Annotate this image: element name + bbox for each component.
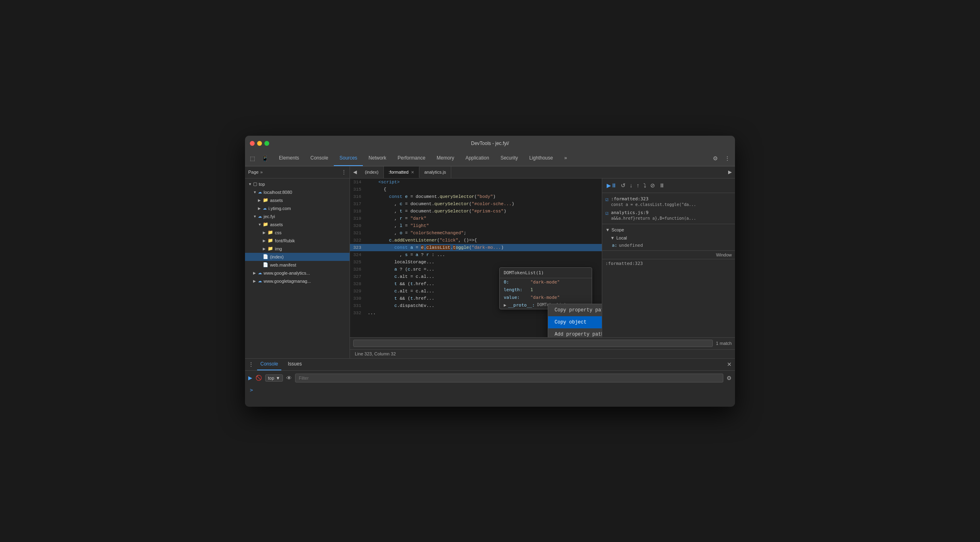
scope-label: Scope xyxy=(611,227,624,232)
console-prompt[interactable]: > xyxy=(245,385,735,395)
step-into-btn[interactable]: ↓ xyxy=(628,181,634,190)
cloud-icon-ytimg: ☁ xyxy=(263,206,267,210)
tab-lighthouse[interactable]: Lighthouse xyxy=(524,151,559,166)
tree-label-localhost: localhost:8080 xyxy=(264,190,292,195)
tree-item-jec[interactable]: ▼ ☁ jec.fyi xyxy=(245,212,350,221)
tree-item-localhost[interactable]: ▼ ☁ localhost:8080 xyxy=(245,188,350,196)
search-input[interactable] xyxy=(353,340,713,347)
breakpoint-2-location: analytics.js:9 xyxy=(611,210,696,215)
tree-item-gtm[interactable]: ▶ ☁ www.googletagmanag... xyxy=(245,277,350,285)
status-bar: Line 323, Column 32 xyxy=(350,349,735,358)
settings-icon[interactable]: ⚙ xyxy=(711,153,720,163)
eye-icon[interactable]: 👁 xyxy=(286,375,292,381)
console-run-icon[interactable]: ▶ xyxy=(248,375,252,381)
cloud-icon-jec: ☁ xyxy=(258,214,262,218)
tab-analytics[interactable]: analytics.js xyxy=(419,166,451,178)
editor-prev-button[interactable]: ◀ xyxy=(350,166,360,178)
sidebar-more[interactable]: » xyxy=(260,170,263,174)
tab-index-file[interactable]: (index) xyxy=(360,166,384,178)
context-menu: Copy property path Copy object Add prope… xyxy=(548,304,602,337)
tree-arrow-assets-jec: ▼ xyxy=(258,223,263,227)
folder-icon-top: ▢ xyxy=(253,181,257,187)
tree-arrow-font: ▶ xyxy=(263,239,268,243)
console-menu-icon[interactable]: ⋮ xyxy=(248,361,254,368)
step-out-btn[interactable]: ↑ xyxy=(635,181,641,190)
tab-network[interactable]: Network xyxy=(363,151,392,166)
code-line-322: 322 c.addEventListener("click", ()=>{ xyxy=(350,237,602,244)
code-editor[interactable]: 314 <script> 315 { 316 const e = documen… xyxy=(350,179,602,337)
sidebar-page-label: Page xyxy=(248,170,259,174)
console-tab-issues[interactable]: Issues xyxy=(285,359,305,370)
tree-item-top[interactable]: ▼ ▢ top xyxy=(245,180,350,188)
code-line-320: 320 , l = "light" xyxy=(350,222,602,229)
file-icon-manifest: 📄 xyxy=(263,262,268,267)
tree-item-assets-jec[interactable]: ▼ 📁 assets xyxy=(245,221,350,229)
breakpoint-1-check[interactable]: ☑ xyxy=(605,196,609,202)
tree-label-index: (index) xyxy=(270,254,284,259)
step-btn[interactable]: ⤵ xyxy=(642,181,647,190)
tree-item-index[interactable]: 📄 (index) xyxy=(245,253,350,261)
console-tab-console[interactable]: Console xyxy=(257,359,281,370)
tab-console[interactable]: Console xyxy=(305,151,334,166)
cloud-icon-ga: ☁ xyxy=(258,271,262,275)
tree-item-assets-localhost[interactable]: ▶ 📁 assets xyxy=(245,196,350,204)
context-label: top xyxy=(268,376,274,380)
console-block-icon[interactable]: 🚫 xyxy=(255,375,262,381)
tab-sources[interactable]: Sources xyxy=(334,151,363,166)
code-and-panel: 314 <script> 315 { 316 const e = documen… xyxy=(350,179,735,337)
tree-arrow-assets-localhost: ▶ xyxy=(258,198,263,202)
tree-label-css: css xyxy=(275,230,282,235)
more-icon[interactable]: ⋮ xyxy=(723,153,732,163)
tree-item-img[interactable]: ▶ 📁 img xyxy=(245,245,350,253)
context-selector[interactable]: top ▼ xyxy=(265,374,283,382)
local-scope-header[interactable]: ▼ Local xyxy=(602,234,735,242)
tree-item-css[interactable]: ▶ 📁 css xyxy=(245,229,350,237)
domtokenlist-tooltip: DOMTokenList(1) 0: "dark-mode" length: 1… xyxy=(499,267,592,309)
breakpoint-2-code: a&&a.href}return a},B=function(a... xyxy=(611,216,696,221)
minimize-button[interactable] xyxy=(257,141,262,146)
tree-item-ytimg[interactable]: ▶ ☁ i.ytimg.com xyxy=(245,204,350,212)
tree-item-ga[interactable]: ▶ ☁ www.google-analytics... xyxy=(245,269,350,277)
tree-label-jec: jec.fyi xyxy=(264,214,275,219)
sidebar-menu-icon[interactable]: ⋮ xyxy=(341,169,346,175)
tree-item-font[interactable]: ▶ 📁 font/Rubik xyxy=(245,237,350,245)
console-settings-icon[interactable]: ⚙ xyxy=(727,375,732,381)
file-icon-index: 📄 xyxy=(263,254,268,259)
tab-memory[interactable]: Memory xyxy=(431,151,460,166)
console-close-icon[interactable]: ✕ xyxy=(727,361,732,368)
tab-formatted[interactable]: :formatted ✕ xyxy=(384,166,420,178)
main-content: Page » ⋮ ▼ ▢ top ▼ ☁ localhost:8080 xyxy=(245,166,735,358)
tree-arrow-localhost: ▼ xyxy=(253,190,258,194)
tab-application[interactable]: Application xyxy=(460,151,495,166)
tree-label-top: top xyxy=(259,182,265,187)
local-scope-label: Local xyxy=(616,235,627,240)
tab-security[interactable]: Security xyxy=(495,151,524,166)
device-icon[interactable]: 📱 xyxy=(260,153,270,163)
tree-arrow-ytimg: ▶ xyxy=(258,206,263,210)
tab-formatted-close[interactable]: ✕ xyxy=(411,170,414,174)
tab-elements[interactable]: Elements xyxy=(273,151,305,166)
pause-on-exception-btn[interactable]: ⏸ xyxy=(658,181,666,190)
menu-add-to-watch[interactable]: Add property path to watch xyxy=(548,328,602,337)
tree-label-gtm: www.googletagmanag... xyxy=(264,279,311,284)
resume-btn[interactable]: ▶⏸ xyxy=(605,181,618,190)
editor-tabs-right[interactable]: ▶ xyxy=(725,169,735,175)
maximize-button[interactable] xyxy=(264,141,269,146)
breakpoint-2-check[interactable]: ☑ xyxy=(605,210,609,216)
menu-copy-object[interactable]: Copy object xyxy=(548,316,602,328)
step-over-btn[interactable]: ↺ xyxy=(620,181,627,190)
filter-input[interactable] xyxy=(295,374,723,382)
inspect-icon[interactable]: ⬚ xyxy=(248,153,257,163)
close-button[interactable] xyxy=(250,141,255,146)
tab-more[interactable]: » xyxy=(559,151,573,166)
tree-label-assets-jec: assets xyxy=(270,222,283,227)
tooltip-key-0: 0: xyxy=(504,279,528,285)
tree-item-manifest[interactable]: 📄 web.manifest xyxy=(245,261,350,269)
scope-header[interactable]: ▼ Scope xyxy=(602,226,735,234)
status-text: Line 323, Column 32 xyxy=(355,351,396,356)
tree-arrow-ga: ▶ xyxy=(253,271,258,275)
menu-copy-property-path[interactable]: Copy property path xyxy=(548,304,602,316)
context-dropdown-arrow: ▼ xyxy=(276,376,280,380)
tab-performance[interactable]: Performance xyxy=(392,151,431,166)
deactivate-btn[interactable]: ⊘ xyxy=(649,181,656,190)
